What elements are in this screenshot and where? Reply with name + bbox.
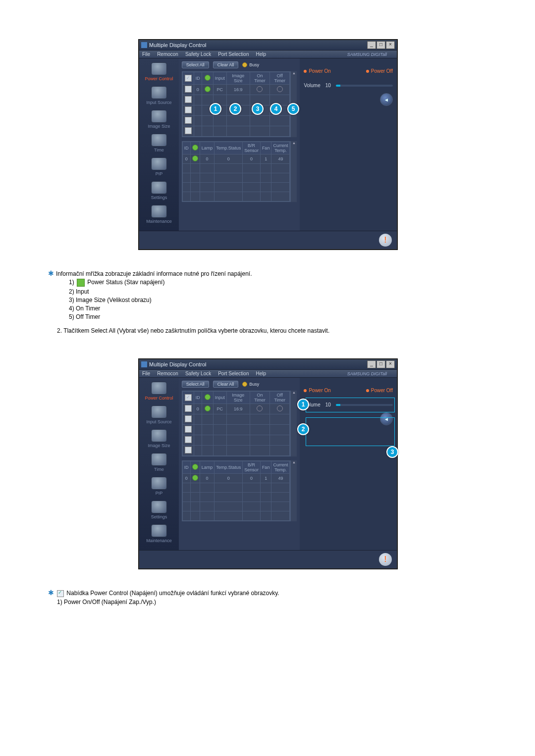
maximize-button[interactable]: □ <box>376 360 385 368</box>
volume-slider[interactable] <box>336 404 393 406</box>
sidebar-item-label: PIP <box>156 491 163 496</box>
star-icon: ✱ <box>48 589 54 597</box>
sidebar-item-settings[interactable]: Settings <box>139 500 179 523</box>
sidebar-item-time[interactable]: Time <box>139 452 179 476</box>
li1-prefix: 1) <box>69 279 76 286</box>
minimize-button[interactable]: _ <box>367 360 376 368</box>
sidebar-item-input-source[interactable]: Input Source <box>139 404 179 428</box>
close-button[interactable]: × <box>386 360 395 368</box>
table-row[interactable]: 0 0 0 0 1 49 <box>182 474 290 483</box>
clear-all-button[interactable]: Clear All <box>213 381 239 388</box>
doc-text-2: ✱ Nabídka Power Control (Napájení) umožň… <box>57 589 490 605</box>
table-row[interactable]: 0 PC 16:9 <box>182 404 290 414</box>
table-row[interactable] <box>182 493 290 502</box>
power-on-label: Power On <box>309 68 330 74</box>
volume-slider[interactable] <box>336 85 393 87</box>
maximize-button[interactable]: □ <box>376 41 385 49</box>
row-checkbox[interactable] <box>185 405 192 412</box>
table-row[interactable] <box>182 483 290 493</box>
table-row[interactable] <box>182 511 290 521</box>
clear-all-button[interactable]: Clear All <box>213 61 239 68</box>
sidebar-item-settings[interactable]: Settings <box>139 180 179 204</box>
menu-safety-lock[interactable]: Safety Lock <box>185 51 211 57</box>
table-row[interactable] <box>182 164 290 173</box>
header-checkbox[interactable]: ✓ <box>185 394 192 401</box>
row-checkbox[interactable] <box>185 127 192 134</box>
callout-5: 5 <box>287 103 299 115</box>
table-row[interactable] <box>182 502 290 511</box>
cell-temp: 49 <box>271 154 290 164</box>
callout-4: 4 <box>270 103 282 115</box>
cell-br-sensor: 0 <box>243 154 261 164</box>
power-off-button[interactable]: Power Off <box>366 388 393 393</box>
row-checkbox[interactable] <box>185 106 192 113</box>
menu-remocon[interactable]: Remocon <box>157 51 178 57</box>
busy-label: Busy <box>249 382 259 387</box>
col-temp-status: Temp.Status <box>214 142 243 154</box>
table-row[interactable]: 0 PC 16:9 <box>182 85 290 95</box>
menu-port-selection[interactable]: Port Selection <box>218 371 249 376</box>
power-off-button[interactable]: Power Off <box>366 68 393 74</box>
status-grid: ID Lamp Temp.Status B/R Sensor Fan Curre… <box>182 460 291 521</box>
sidebar-item-maintenance[interactable]: Maintenance <box>139 204 179 228</box>
sidebar-item-pip[interactable]: PIP <box>139 156 179 180</box>
table-row[interactable] <box>182 183 290 192</box>
row-checkbox[interactable] <box>185 117 192 124</box>
power-panel: Power On Power Off Volume 10 ◄ <box>300 58 397 231</box>
table-row[interactable] <box>182 414 290 425</box>
menu-file[interactable]: File <box>142 51 150 57</box>
close-button[interactable]: × <box>386 41 395 49</box>
row-checkbox[interactable] <box>185 426 192 433</box>
row-checkbox[interactable] <box>185 96 192 103</box>
on-timer-icon <box>257 405 263 411</box>
menu-help[interactable]: Help <box>256 371 266 376</box>
speaker-icon[interactable]: ◄ <box>380 93 393 106</box>
select-all-button[interactable]: Select All <box>182 381 209 388</box>
row-checkbox[interactable] <box>185 415 192 422</box>
li3: 3) Image Size (Velikost obrazu) <box>69 297 490 303</box>
table-row[interactable] <box>182 435 290 446</box>
power-on-button[interactable]: Power On <box>304 388 330 393</box>
sidebar-item-image-size[interactable]: Image Size <box>139 109 179 133</box>
sidebar-item-image-size[interactable]: Image Size <box>139 428 179 452</box>
col-id2: ID <box>182 461 190 474</box>
header-checkbox[interactable]: ✓ <box>185 75 192 82</box>
menu-port-selection[interactable]: Port Selection <box>218 51 249 57</box>
scrollbar[interactable] <box>290 460 297 521</box>
sidebar-item-power-control[interactable]: Power Control <box>139 61 179 85</box>
scrollbar[interactable] <box>290 141 297 202</box>
titlebar: Multiple Display Control _ □ × <box>139 40 397 50</box>
row-checkbox[interactable] <box>185 86 192 93</box>
minimize-button[interactable]: _ <box>367 41 376 49</box>
row-checkbox[interactable] <box>185 447 192 454</box>
menu-help[interactable]: Help <box>256 51 266 57</box>
sidebar-item-input-source[interactable]: Input Source <box>139 85 179 109</box>
scrollbar[interactable] <box>290 391 297 456</box>
table-row[interactable] <box>182 173 290 183</box>
table-row[interactable] <box>182 446 290 456</box>
screenshot-2: Multiple Display Control _ □ × File Remo… <box>139 359 396 569</box>
power-on-button[interactable]: Power On <box>304 68 330 74</box>
sidebar-item-label: PIP <box>156 171 163 176</box>
sidebar-item-pip[interactable]: PIP <box>139 476 179 500</box>
row-checkbox[interactable] <box>185 436 192 443</box>
menu-remocon[interactable]: Remocon <box>157 371 178 376</box>
table-row[interactable] <box>182 116 290 126</box>
table-row[interactable] <box>182 126 290 137</box>
image-size-icon <box>151 110 167 123</box>
sidebar-item-label: Maintenance <box>146 219 172 224</box>
menu-file[interactable]: File <box>142 371 150 376</box>
sidebar-item-maintenance[interactable]: Maintenance <box>139 523 179 547</box>
sidebar-item-power-control[interactable]: Power Control <box>139 381 179 404</box>
busy-indicator: Busy <box>242 62 259 67</box>
sidebar-item-time[interactable]: Time <box>139 133 179 156</box>
speaker-icon[interactable]: ◄ <box>380 412 393 425</box>
table-row[interactable] <box>182 425 290 435</box>
select-all-button[interactable]: Select All <box>182 61 209 68</box>
table-row[interactable]: 0 0 0 0 1 49 <box>182 154 290 164</box>
table-row[interactable] <box>182 192 290 202</box>
main-area: Select All Clear All Busy ✓ ID <box>179 378 300 550</box>
power-control-icon <box>151 62 167 75</box>
menu-safety-lock[interactable]: Safety Lock <box>185 371 211 376</box>
callout-1: 1 <box>210 103 221 115</box>
